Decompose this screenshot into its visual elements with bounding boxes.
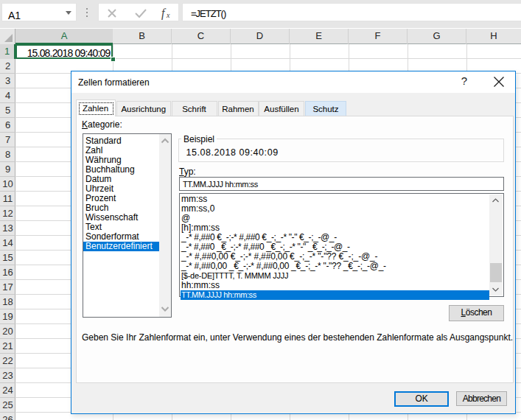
svg-text:x: x [166,11,170,19]
svg-text:f: f [161,7,167,20]
